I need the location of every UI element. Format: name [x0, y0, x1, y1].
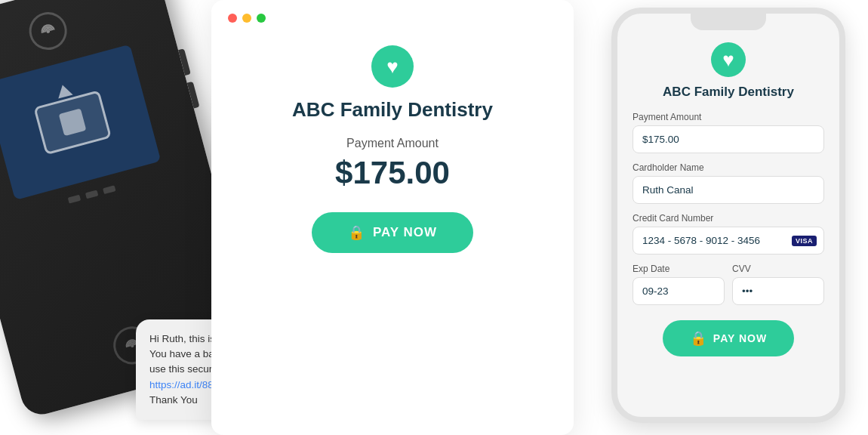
- phone-lock-icon: 🔒: [690, 330, 707, 347]
- pay-now-button[interactable]: 🔒 PAY NOW: [312, 212, 473, 253]
- pos-side-button-1: [178, 48, 191, 76]
- payment-amount: $175.00: [335, 155, 450, 191]
- exp-group: Exp Date: [633, 264, 725, 305]
- pos-screen: [0, 45, 161, 200]
- cvv-input[interactable]: [732, 277, 824, 305]
- svg-point-1: [131, 345, 134, 347]
- cvv-label: CVV: [732, 264, 824, 274]
- svg-point-0: [47, 30, 49, 32]
- cardholder-input[interactable]: [633, 176, 824, 204]
- pos-btn-1: [68, 195, 82, 204]
- window-dots: [228, 14, 266, 23]
- mobile-phone-section: ♥ ABC Family Dentistry Payment Amount Ca…: [611, 8, 853, 427]
- phone-heart-icon: ♥: [722, 48, 734, 72]
- card-number-label: Credit Card Number: [633, 213, 824, 224]
- heart-icon: ♥: [386, 55, 398, 79]
- pos-side-button-2: [187, 82, 200, 109]
- desktop-payment-section: ♥ ABC Family Dentistry Payment Amount $1…: [211, 0, 574, 435]
- brand-logo: ♥: [371, 45, 414, 88]
- dot-yellow[interactable]: [242, 14, 251, 23]
- card-number-group: Credit Card Number VISA: [633, 213, 824, 255]
- cardholder-label: Cardholder Name: [633, 162, 824, 173]
- exp-cvv-row: Exp Date CVV: [633, 264, 824, 314]
- exp-input[interactable]: [633, 277, 725, 305]
- payment-amount-input[interactable]: [633, 125, 824, 153]
- dot-red[interactable]: [228, 14, 237, 23]
- phone-pay-now-button[interactable]: 🔒 PAY NOW: [663, 320, 794, 356]
- pos-btn-2: [85, 190, 99, 199]
- pos-nfc-top-icon: [25, 8, 71, 54]
- cvv-group: CVV: [732, 264, 824, 305]
- payment-amount-group: Payment Amount: [633, 112, 824, 153]
- payment-label: Payment Amount: [346, 137, 439, 150]
- pos-buttons: [68, 185, 116, 203]
- payment-amount-label: Payment Amount: [633, 112, 824, 122]
- pos-btn-3: [103, 185, 116, 194]
- card-input-wrapper: VISA: [633, 227, 824, 255]
- visa-badge: VISA: [792, 236, 817, 246]
- dot-green[interactable]: [257, 14, 266, 23]
- pos-triangle: [55, 82, 72, 98]
- pos-card-icon: [33, 90, 112, 155]
- phone-notch: [691, 14, 766, 30]
- phone-brand-logo: ♥: [711, 42, 746, 77]
- phone-business-name: ABC Family Dentistry: [663, 85, 794, 100]
- business-name: ABC Family Dentistry: [292, 98, 493, 122]
- lock-icon: 🔒: [348, 224, 365, 241]
- cardholder-group: Cardholder Name: [633, 162, 824, 204]
- phone-frame: ♥ ABC Family Dentistry Payment Amount Ca…: [611, 8, 845, 423]
- exp-label: Exp Date: [633, 264, 725, 274]
- sms-footer: Thank You: [149, 394, 198, 406]
